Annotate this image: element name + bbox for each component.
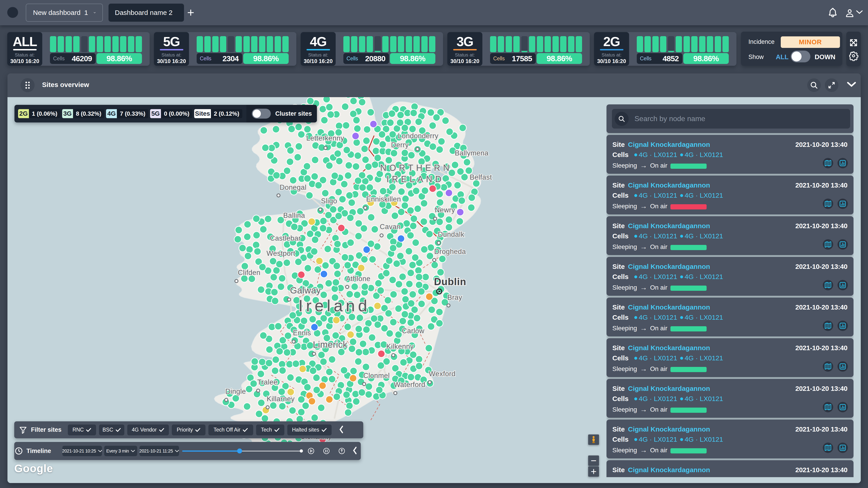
svg-text:Galway: Galway — [290, 285, 321, 295]
svg-text:Letterkenny: Letterkenny — [306, 134, 344, 142]
svg-text:Castlebar: Castlebar — [270, 234, 301, 242]
svg-text:Dingle: Dingle — [225, 387, 246, 395]
svg-text:Carlow: Carlow — [402, 327, 425, 335]
svg-text:Newry: Newry — [435, 206, 455, 214]
svg-text:Limerick: Limerick — [313, 339, 347, 350]
svg-text:Clonmel: Clonmel — [363, 372, 390, 380]
svg-text:Ireland: Ireland — [298, 297, 370, 315]
svg-text:Ballina: Ballina — [283, 212, 305, 219]
svg-text:Dublin: Dublin — [434, 276, 466, 287]
svg-text:Belfast: Belfast — [470, 173, 492, 181]
svg-text:Dundalk: Dundalk — [438, 230, 464, 238]
svg-text:Bray: Bray — [447, 293, 462, 301]
svg-text:Londonderry: Londonderry — [398, 132, 438, 140]
svg-text:Athlone: Athlone — [346, 275, 370, 283]
svg-text:Enniskillen: Enniskillen — [366, 195, 401, 203]
svg-text:Killarney: Killarney — [267, 395, 294, 403]
svg-text:Westport: Westport — [267, 250, 295, 257]
svg-text:Ballymena: Ballymena — [455, 149, 489, 157]
svg-text:Clifden: Clifden — [238, 269, 260, 276]
svg-text:Drogheda: Drogheda — [434, 248, 466, 256]
svg-text:Derry: Derry — [391, 141, 409, 149]
svg-text:Kilkenny: Kilkenny — [386, 343, 414, 350]
svg-text:Waterford: Waterford — [394, 381, 425, 389]
svg-text:IRELAND: IRELAND — [386, 174, 444, 184]
svg-text:Tralee: Tralee — [257, 378, 278, 386]
svg-text:NORTHERN: NORTHERN — [380, 163, 452, 173]
svg-text:Ennis: Ennis — [293, 329, 311, 337]
svg-text:Donegal: Donegal — [280, 184, 307, 191]
svg-text:Sligo: Sligo — [321, 197, 337, 205]
svg-text:Wexford: Wexford — [429, 370, 456, 378]
svg-text:Cavan: Cavan — [380, 223, 401, 231]
